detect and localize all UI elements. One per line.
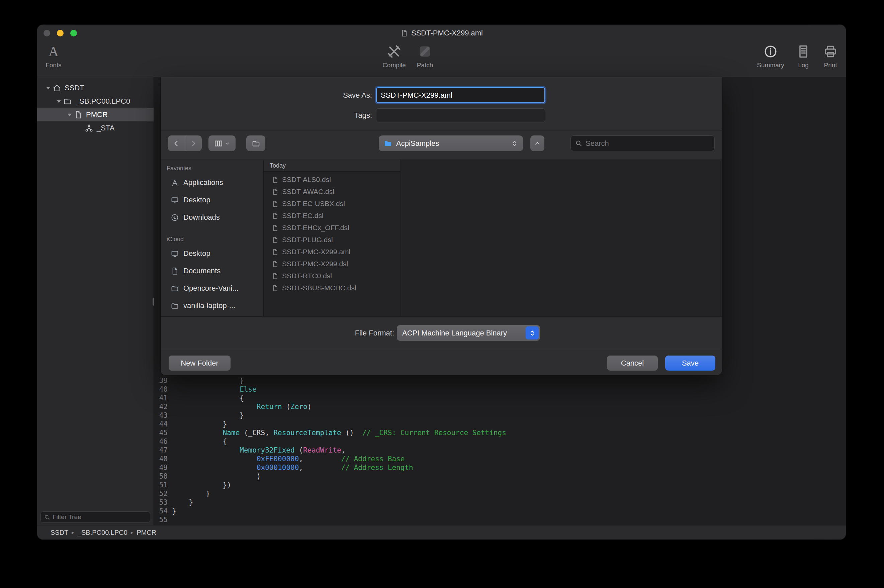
document-icon — [272, 237, 279, 243]
search-input[interactable] — [585, 139, 710, 148]
chevron-right-icon — [189, 139, 198, 148]
line-number: 53 — [154, 498, 172, 507]
save-button[interactable]: Save — [665, 356, 715, 370]
sidebar-item-documents[interactable]: Documents — [161, 262, 263, 280]
cancel-button[interactable]: Cancel — [607, 356, 658, 370]
doc-icon — [171, 267, 179, 275]
code-line: 48 0xFE000000, // Address Base — [154, 454, 846, 463]
tree-item-ssdt[interactable]: SSDT — [37, 81, 153, 94]
breadcrumb-separator-icon: ▸ — [72, 530, 74, 536]
line-content: }) — [172, 481, 231, 489]
file-row[interactable]: SSDT-PMC-X299.dsl — [264, 258, 401, 270]
back-button[interactable] — [168, 135, 185, 151]
save-dialog-sheet: Save As: Tags: AcpiSamples — [161, 77, 722, 375]
file-row[interactable]: SSDT-SBUS-MCHC.dsl — [264, 282, 401, 294]
line-number: 54 — [154, 507, 172, 515]
info-icon — [763, 44, 778, 59]
patch-icon — [417, 44, 432, 59]
file-row[interactable]: SSDT-ALS0.dsl — [264, 174, 401, 186]
line-number: 45 — [154, 429, 172, 437]
forward-button[interactable] — [185, 135, 202, 151]
file-row[interactable]: SSDT-EC.dsl — [264, 210, 401, 222]
line-number: 47 — [154, 446, 172, 454]
sidebar-item-desktop[interactable]: Desktop — [161, 191, 263, 209]
line-number: 48 — [154, 454, 172, 463]
sidebar-item-downloads[interactable]: Downloads — [161, 209, 263, 226]
divider — [161, 349, 722, 349]
disclosure-triangle-icon[interactable] — [44, 84, 53, 92]
sidebar-item-desktop[interactable]: Desktop — [161, 245, 263, 262]
file-row[interactable]: SSDT-AWAC.dsl — [264, 186, 401, 198]
search-field[interactable] — [570, 135, 715, 151]
folder-action-button[interactable] — [246, 135, 265, 151]
tags-input[interactable] — [376, 108, 545, 122]
tags-label: Tags: — [288, 108, 372, 122]
filter-tree-input[interactable] — [53, 513, 147, 521]
line-content: Return (Zero) — [172, 402, 312, 411]
code-line: 46 { — [154, 437, 846, 446]
line-content: 0x00010000, // Address Length — [172, 463, 413, 472]
stepper-icon — [526, 327, 539, 339]
line-content: } — [172, 498, 193, 507]
line-number: 39 — [154, 376, 172, 385]
tree-item-pmcr[interactable]: PMCR — [37, 108, 153, 122]
file-row[interactable]: SSDT-EC-USBX.dsl — [264, 198, 401, 210]
updown-chevrons-icon — [529, 329, 536, 338]
file-name: SSDT-ALS0.dsl — [282, 176, 331, 184]
code-line: 50 ) — [154, 472, 846, 481]
line-number: 44 — [154, 420, 172, 429]
fonts-button[interactable]: A Fonts — [37, 44, 80, 69]
patch-label: Patch — [417, 62, 433, 69]
tree-item-sta[interactable]: _STA — [37, 122, 153, 135]
new-folder-button[interactable]: New Folder — [169, 356, 231, 370]
document-icon — [272, 273, 279, 280]
code-line: 51 }) — [154, 481, 846, 489]
updown-chevrons-icon — [511, 139, 518, 148]
code-line: 40 Else — [154, 385, 846, 394]
sidebar-item-label: vanilla-laptop-... — [183, 302, 235, 310]
save-as-label: Save As: — [288, 87, 372, 103]
disclosure-triangle-icon[interactable] — [65, 111, 74, 118]
line-content: Else — [172, 385, 257, 394]
line-content: 0xFE000000, // Address Base — [172, 454, 405, 463]
print-button[interactable]: Print — [804, 44, 846, 69]
file-list: SSDT-ALS0.dslSSDT-AWAC.dslSSDT-EC-USBX.d… — [264, 172, 401, 294]
file-row[interactable]: SSDT-RTC0.dsl — [264, 270, 401, 282]
line-content: } — [172, 489, 210, 498]
tree-item-sb-pc00-lpc0[interactable]: _SB.PC00.LPC0 — [37, 94, 153, 108]
document-icon — [272, 176, 279, 183]
monitor-icon — [171, 196, 179, 204]
sidebar-item-label: Downloads — [183, 213, 220, 222]
file-row[interactable]: SSDT-EHCx_OFF.dsl — [264, 222, 401, 234]
print-icon — [823, 44, 838, 59]
file-name: SSDT-SBUS-MCHC.dsl — [282, 284, 356, 292]
file-row[interactable]: SSDT-PLUG.dsl — [264, 234, 401, 246]
line-content: } — [172, 411, 244, 420]
save-as-input[interactable] — [376, 87, 545, 103]
patch-button[interactable]: Patch — [398, 44, 452, 69]
collapse-dialog-button[interactable] — [530, 135, 544, 151]
document-icon — [272, 249, 279, 255]
sidebar-item-vanilla-laptop[interactable]: vanilla-laptop-... — [161, 297, 263, 314]
file-name: SSDT-AWAC.dsl — [282, 188, 334, 196]
filter-tree-field[interactable] — [41, 512, 150, 523]
file-format-popup[interactable]: ACPI Machine Language Binary — [397, 325, 540, 341]
sidebar-item-applications[interactable]: Applications — [161, 174, 263, 191]
sidebar-item-label: Opencore-Vani... — [183, 284, 239, 292]
line-number: 55 — [154, 515, 172, 524]
titlebar: SSDT-PMC-X299.aml A Fonts Compile Patch … — [37, 25, 846, 77]
view-mode-button[interactable] — [209, 135, 236, 151]
file-format-value: ACPI Machine Language Binary — [402, 329, 507, 338]
file-row[interactable]: SSDT-PMC-X299.aml — [264, 246, 401, 258]
search-icon — [575, 140, 582, 147]
acpi-tree: SSDT_SB.PC00.LPC0PMCR_STA — [37, 77, 153, 135]
code-line: 47 Memory32Fixed (ReadWrite, — [154, 446, 846, 454]
file-name: SSDT-RTC0.dsl — [282, 272, 332, 280]
folder-icon — [63, 97, 72, 106]
location-popup[interactable]: AcpiSamples — [379, 135, 523, 151]
disclosure-triangle-icon[interactable] — [54, 98, 63, 105]
line-number: 51 — [154, 481, 172, 489]
print-label: Print — [824, 62, 837, 69]
app-icon — [171, 178, 179, 187]
sidebar-item-opencore-vani[interactable]: Opencore-Vani... — [161, 280, 263, 297]
